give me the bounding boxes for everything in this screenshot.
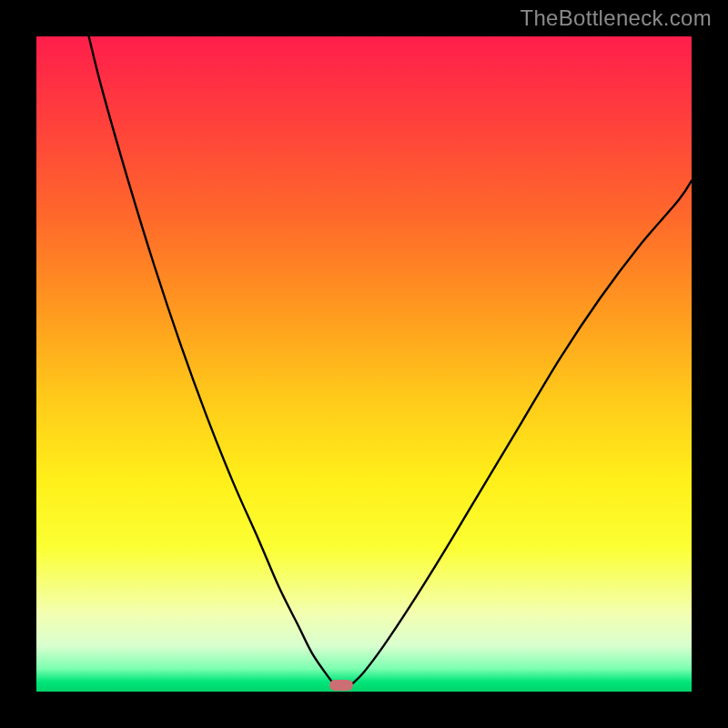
curve-left-branch: [89, 36, 335, 685]
minimum-marker: [329, 680, 353, 691]
curve-svg: [36, 36, 692, 692]
chart-frame: TheBottleneck.com: [0, 0, 728, 728]
curve-right-branch: [351, 180, 692, 684]
watermark-text: TheBottleneck.com: [520, 5, 712, 31]
plot-area: [36, 36, 692, 692]
